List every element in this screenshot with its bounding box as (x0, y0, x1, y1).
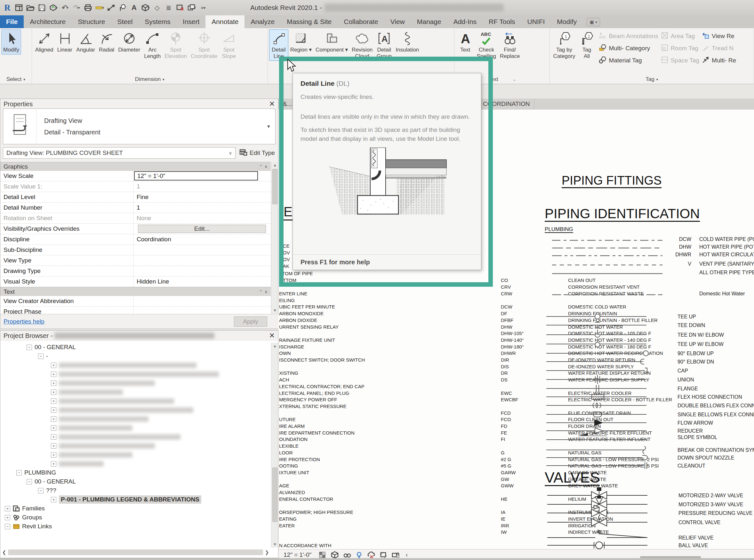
modify-button[interactable]: Modify (1, 29, 21, 55)
thin-lines-icon[interactable]: ≣ (163, 2, 174, 14)
section-icon[interactable]: ◇ (152, 2, 163, 14)
tree-item-blurred[interactable]: + (0, 379, 271, 387)
save-icon[interactable] (37, 2, 47, 14)
tree-item-blurred[interactable]: + (0, 432, 271, 441)
tree-item-p-001-plumbing-legend-abbreviations[interactable]: +P-001 - PLUMBING LEGEND & ABBREVIATIONS (0, 495, 271, 504)
tree-expander-icon[interactable]: + (5, 506, 10, 512)
tab-steel[interactable]: Steel (111, 15, 139, 28)
text-button[interactable]: A Text (456, 29, 475, 55)
edit-type-button[interactable]: Edit Type (236, 148, 275, 158)
properties-scrollbar[interactable]: ▲ ▼ (271, 162, 278, 314)
undo-icon[interactable]: ↶▾ (60, 2, 71, 14)
panel-label-dimension[interactable]: Dimension ▾ (32, 75, 267, 84)
tree-expander-icon[interactable]: + (51, 363, 56, 368)
tree-expander-icon[interactable]: − (38, 354, 43, 359)
tree-item--[interactable]: −- (0, 352, 271, 361)
value[interactable]: Coordination (137, 236, 171, 243)
aligned-dimension-icon[interactable] (106, 2, 117, 14)
edit-overrides-button[interactable]: Edit... (138, 225, 266, 233)
value-editor[interactable]: 12" = 1'-0" (134, 171, 258, 180)
radial-button[interactable]: Radial (97, 29, 116, 55)
tab-modify[interactable]: Modify (551, 15, 583, 28)
tree-expander-icon[interactable]: + (51, 398, 56, 404)
type-selector[interactable]: Drafting View Detail - Transparent ▼ (3, 108, 276, 144)
tab-collaborate[interactable]: Collaborate (338, 15, 384, 28)
tree-item-blurred[interactable]: + (0, 387, 271, 397)
tree-expander-icon[interactable]: + (51, 425, 56, 431)
tree-item-plumbing[interactable]: −PLUMBING (0, 468, 271, 477)
crop-region-visibility-icon[interactable] (391, 551, 400, 559)
detail-line-button[interactable]: Detail Line (269, 29, 289, 61)
tab-manage[interactable]: Manage (411, 15, 448, 28)
text-icon[interactable]: A (128, 2, 140, 14)
value[interactable]: Hidden Line (137, 278, 169, 285)
open-icon[interactable] (25, 2, 36, 14)
tab-rf-tools[interactable]: RF Tools (483, 15, 521, 28)
find/-replace-button[interactable]: Find/ Replace (498, 29, 522, 61)
section-text[interactable]: Text⌃∧ (0, 287, 271, 296)
tree-item--[interactable]: −??? (0, 486, 271, 495)
tab-add-ins[interactable]: Add-Ins (448, 15, 483, 28)
tree-expander-icon[interactable]: + (51, 434, 56, 440)
section-graphics[interactable]: Graphics⌃∧ (0, 162, 271, 171)
panel-label-tag[interactable]: Tag ▾ (550, 75, 754, 84)
redo-icon[interactable]: ↷▾ (71, 2, 82, 14)
tag-all-button[interactable]: 1 Tag All (577, 29, 596, 61)
tree-expander-icon[interactable]: + (51, 372, 56, 377)
value[interactable]: Fine (137, 194, 148, 200)
region-button[interactable]: Region ▾ (289, 29, 314, 55)
tree-expander-icon[interactable]: − (38, 488, 43, 494)
chevron-down-icon[interactable]: ▼ (266, 124, 275, 129)
value[interactable]: 1 (137, 204, 140, 211)
multi-re-button[interactable]: Multi- Re (702, 54, 736, 66)
close-icon[interactable]: ✕ (269, 100, 275, 108)
multi-category-button[interactable]: 1Multi- Category (599, 42, 658, 54)
view-selector-combobox[interactable]: Drafting View: PLUMBING COVER SHEET∨ (3, 147, 236, 159)
tab-insert[interactable]: Insert (177, 15, 206, 28)
aligned-button[interactable]: Aligned (33, 29, 55, 55)
insulation-button[interactable]: Insulation (394, 29, 421, 55)
arc-length-button[interactable]: Arc Length (142, 29, 163, 61)
diameter-button[interactable]: Diameter (116, 29, 142, 55)
tree-expander-icon[interactable]: − (5, 524, 10, 529)
graphics-display-icon[interactable] (366, 551, 376, 559)
tree-expander-icon[interactable]: + (51, 407, 56, 413)
value[interactable]: None (137, 215, 151, 221)
detail-group-button[interactable]: A Detail Group (374, 29, 394, 61)
tag-by-category-button[interactable]: 1 Tag by Category (551, 29, 577, 61)
tree-expander-icon[interactable]: + (51, 461, 56, 466)
tab-architecture[interactable]: Architecture (24, 15, 72, 28)
tab-unifi[interactable]: UNIFI (521, 15, 551, 28)
tree-item-00-general[interactable]: −00 - GENERAL (0, 477, 271, 486)
window-dropdown-icon[interactable]: ▣▾ (587, 18, 600, 26)
tab-systems[interactable]: Systems (139, 15, 177, 28)
project-browser-hscrollbar[interactable]: ❮❯ (0, 548, 271, 557)
tree-expander-icon[interactable]: + (51, 497, 56, 502)
revision-cloud-button[interactable]: Revision Cloud (350, 29, 374, 61)
tree-item-groups[interactable]: +Groups (0, 513, 271, 522)
tab-file[interactable]: File (0, 15, 24, 28)
close-hidden-windows-icon[interactable] (175, 2, 186, 14)
customize-qat-icon[interactable]: ≡▾ (198, 2, 209, 14)
tree-item-blurred[interactable]: + (0, 459, 271, 468)
tree-item-blurred[interactable]: + (0, 423, 271, 432)
reveal-hidden-icon[interactable] (354, 551, 364, 559)
tree-item-blurred[interactable]: + (0, 397, 271, 405)
tree-expander-icon[interactable]: − (26, 479, 32, 484)
tab-view[interactable]: View (384, 15, 411, 28)
tree-item-blurred[interactable]: + (0, 414, 271, 423)
project-browser-scrollbar[interactable]: ▲ ▼ (271, 343, 278, 547)
tree-item-blurred[interactable]: + (0, 369, 271, 379)
tab-massing-site[interactable]: Massing & Site (281, 15, 338, 28)
view-re-button[interactable]: View Re (702, 30, 736, 42)
tab-analyze[interactable]: Analyze (244, 15, 281, 28)
tree-expander-icon[interactable]: − (16, 470, 22, 476)
tag-by-category-icon[interactable]: 1 (117, 2, 128, 14)
crop-view-icon[interactable] (379, 551, 388, 559)
tree-expander-icon[interactable]: + (5, 515, 10, 520)
tree-expander-icon[interactable]: + (51, 416, 56, 422)
panel-label-select[interactable]: Select ▾ (0, 75, 32, 84)
detail-level-icon[interactable] (318, 551, 328, 559)
apply-button[interactable]: Apply (234, 317, 267, 327)
default-3d-view-icon[interactable]: ▾ (140, 2, 151, 14)
